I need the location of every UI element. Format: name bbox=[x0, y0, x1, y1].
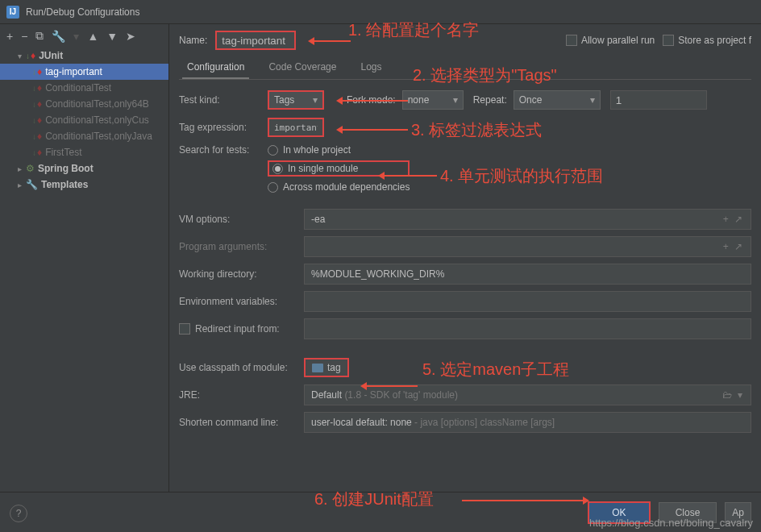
repeat-count-input[interactable] bbox=[610, 90, 707, 110]
watermark: https://blog.csdn.net/boling_cavalry bbox=[589, 517, 753, 529]
tab-logs[interactable]: Logs bbox=[356, 56, 386, 79]
repeat-label: Repeat: bbox=[473, 94, 507, 106]
remove-icon[interactable]: − bbox=[21, 30, 27, 43]
prog-args-input[interactable]: + ↗ bbox=[304, 236, 751, 257]
wrench-icon[interactable]: 🔧 bbox=[52, 30, 65, 43]
shorten-select[interactable]: user-local default: none - java [options… bbox=[304, 412, 751, 433]
sidebar: + − ⧉ 🔧 ▾ ▲ ▼ ➤ ▾♦JUnit ♦tag-important ♦… bbox=[0, 24, 169, 492]
copy-icon[interactable]: ⧉ bbox=[35, 29, 44, 43]
radio-whole-project[interactable]: In whole project bbox=[268, 144, 410, 156]
test-kind-label: Test kind: bbox=[179, 94, 268, 106]
tree-springboot[interactable]: ▸⚙Spring Boot bbox=[0, 160, 168, 177]
env-input[interactable] bbox=[304, 291, 751, 312]
down-icon[interactable]: ▼ bbox=[106, 30, 118, 43]
fork-mode-label: Fork mode: bbox=[347, 94, 396, 106]
name-input[interactable] bbox=[215, 31, 296, 50]
up-icon[interactable]: ▲ bbox=[87, 30, 98, 43]
prog-args-label: Program arguments: bbox=[179, 241, 304, 252]
jre-select[interactable]: Default (1.8 - SDK of 'tag' module)🗁 ▾ bbox=[304, 384, 751, 405]
tree-item[interactable]: ♦ConditionalTest,onlyJava bbox=[0, 128, 168, 144]
add-icon[interactable]: + bbox=[6, 30, 13, 43]
tree-item-selected[interactable]: ♦tag-important bbox=[0, 64, 168, 80]
allow-parallel-checkbox[interactable]: Allow parallel run bbox=[566, 35, 655, 46]
vm-options-input[interactable]: -ea+ ↗ bbox=[304, 209, 751, 230]
app-icon: IJ bbox=[6, 6, 19, 19]
redirect-input[interactable] bbox=[304, 318, 751, 339]
repeat-select[interactable]: Once bbox=[514, 90, 601, 110]
tree-junit[interactable]: ▾♦JUnit bbox=[0, 48, 168, 64]
classpath-module-select[interactable]: tag bbox=[304, 358, 349, 377]
tree-templates[interactable]: ▸🔧Templates bbox=[0, 177, 168, 193]
search-label: Search for tests: bbox=[179, 143, 268, 156]
radio-single-module[interactable]: In single module bbox=[268, 160, 410, 177]
workdir-input[interactable]: %MODULE_WORKING_DIR% bbox=[304, 264, 751, 285]
env-label: Environment variables: bbox=[179, 296, 304, 307]
tabs: Configuration Code Coverage Logs bbox=[179, 56, 751, 80]
tree-item[interactable]: ♦ConditionalTest,only64B bbox=[0, 96, 168, 112]
workdir-label: Working directory: bbox=[179, 268, 304, 280]
store-project-checkbox[interactable]: Store as project f bbox=[663, 35, 751, 46]
tree-item[interactable]: ♦ConditionalTest,onlyCus bbox=[0, 112, 168, 128]
name-label: Name: bbox=[179, 35, 207, 46]
tag-expr-input[interactable] bbox=[268, 118, 324, 137]
help-button[interactable]: ? bbox=[10, 505, 27, 522]
classpath-label: Use classpath of module: bbox=[179, 362, 304, 373]
redirect-label: Redirect input from: bbox=[179, 323, 304, 335]
vm-options-label: VM options: bbox=[179, 214, 304, 225]
radio-across-modules[interactable]: Across module dependencies bbox=[268, 181, 410, 193]
window-title: Run/Debug Configurations bbox=[26, 6, 139, 18]
shorten-label: Shorten command line: bbox=[179, 417, 304, 428]
jre-label: JRE: bbox=[179, 389, 304, 401]
tree-item[interactable]: ♦ConditionalTest bbox=[0, 80, 168, 96]
content: Name: Allow parallel run Store as projec… bbox=[169, 24, 761, 492]
folder-icon bbox=[312, 364, 323, 372]
test-kind-select[interactable]: Tags bbox=[268, 90, 324, 110]
sidebar-toolbar: + − ⧉ 🔧 ▾ ▲ ▼ ➤ bbox=[0, 24, 168, 48]
tab-coverage[interactable]: Code Coverage bbox=[264, 56, 341, 79]
tree-item[interactable]: ♦FirstTest bbox=[0, 144, 168, 160]
config-tree: ▾♦JUnit ♦tag-important ♦ConditionalTest … bbox=[0, 48, 168, 492]
titlebar: IJ Run/Debug Configurations bbox=[0, 0, 761, 24]
tab-configuration[interactable]: Configuration bbox=[182, 56, 249, 79]
tag-expr-label: Tag expression: bbox=[179, 122, 268, 133]
fork-mode-select[interactable]: none bbox=[402, 90, 464, 110]
folder-icon[interactable]: ➤ bbox=[126, 30, 135, 43]
